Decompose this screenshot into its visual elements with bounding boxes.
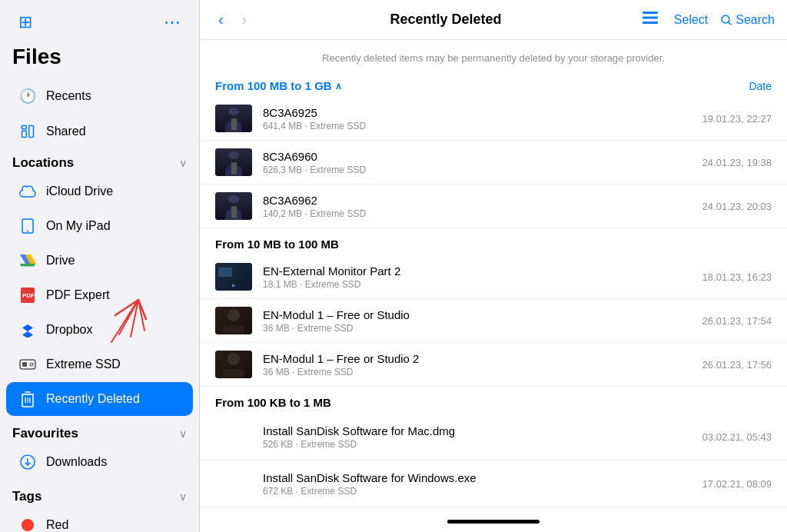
date-header-label[interactable]: Date [749, 80, 772, 92]
section-header-10mb: From 10 MB to 100 MB [200, 228, 787, 255]
drive-label: Drive [46, 254, 75, 268]
file-thumbnail-2 [215, 148, 252, 176]
more-options-icon: ⋯ [164, 12, 181, 32]
section-header-100kb: From 100 KB to 1 MB [200, 387, 787, 414]
file-meta-1: 641,4 MB · Extreme SSD [263, 121, 692, 131]
forward-button[interactable]: › [236, 8, 254, 32]
file-item-sandisk-win[interactable]: Install SanDisk Software for Windows.exe… [200, 461, 787, 507]
file-item-8c3a6925[interactable]: 8C3A6925 641,4 MB · Extreme SSD 19.01.23… [200, 97, 787, 141]
dropbox-icon [18, 321, 37, 339]
header-actions: Select Search [639, 8, 775, 32]
file-thumbnail-1 [215, 105, 252, 132]
file-item-en-monitor[interactable]: ▶ EN-External Monitor Part 2 18,1 MB · E… [200, 255, 787, 299]
sidebar-item-icloud[interactable]: iCloud Drive [6, 175, 193, 208]
file-date-7: 03.02.21, 05:43 [702, 431, 772, 443]
icloud-label: iCloud Drive [46, 185, 113, 198]
sidebar-item-drive[interactable]: Drive [6, 244, 193, 278]
file-info-2: 8C3A6960 626,3 MB · Extreme SSD [263, 150, 692, 175]
file-meta-2: 626,3 MB · Extreme SSD [263, 165, 692, 175]
downloads-icon [18, 453, 37, 471]
ipad-label: On My iPad [46, 219, 111, 233]
file-item-en-modul1-2[interactable]: EN-Modul 1 – Free or Studio 2 36 MB · Ex… [200, 343, 787, 387]
tags-header[interactable]: Tags ∨ [0, 483, 199, 507]
sidebar-toggle-icon: ⊞ [18, 12, 32, 32]
locations-header[interactable]: Locations ∨ [0, 149, 199, 174]
section-100mb-1gb: From 100 MB to 1 GB ∧ Date 8C3A6925 641,… [200, 70, 787, 228]
svg-point-4 [27, 231, 28, 232]
svg-rect-13 [643, 17, 658, 19]
favourites-section: Favourites ∨ Downloads [0, 420, 199, 480]
back-button[interactable]: ‹ [212, 8, 230, 32]
svg-rect-0 [22, 126, 27, 129]
file-meta-6: 36 MB · Extreme SSD [263, 367, 692, 377]
favourites-header[interactable]: Favourites ∨ [0, 420, 199, 444]
sidebar-item-red[interactable]: Red [6, 508, 193, 532]
file-item-8c3a6962[interactable]: 8C3A6962 140,2 MB · Extreme SSD 24.01.23… [200, 185, 787, 228]
forward-icon: › [242, 11, 247, 28]
file-item-sandisk-mac[interactable]: Install SanDisk Software for Mac.dmg 526… [200, 414, 787, 461]
select-button[interactable]: Select [674, 13, 708, 27]
recents-icon: 🕐 [18, 87, 37, 105]
file-thumbnail-6 [215, 351, 252, 378]
ipad-icon [18, 217, 37, 235]
file-meta-7: 526 KB · Extreme SSD [263, 439, 692, 450]
icloud-icon [18, 182, 37, 201]
file-date-2: 24.01.23, 19:38 [702, 157, 772, 168]
pdf-icon: PDF [18, 286, 37, 304]
more-options-button[interactable]: ⋯ [158, 9, 187, 35]
svg-text:PDF: PDF [22, 292, 35, 299]
sidebar-top-bar: ⊞ ⋯ [0, 0, 199, 42]
file-name-1: 8C3A6925 [263, 106, 692, 119]
file-meta-5: 36 MB · Extreme SSD [263, 323, 692, 334]
sidebar-item-shared[interactable]: Shared [6, 115, 193, 148]
sidebar-item-pdf[interactable]: PDF PDF Expert [6, 278, 193, 312]
svg-rect-1 [22, 131, 27, 137]
main-header: ‹ › Recently Deleted Select Search [200, 0, 787, 40]
extreme-ssd-icon [18, 355, 37, 374]
back-icon: ‹ [218, 11, 224, 28]
svg-rect-12 [643, 12, 658, 14]
section-title-100kb: From 100 KB to 1 MB [215, 396, 331, 409]
sidebar-item-downloads[interactable]: Downloads [6, 445, 193, 479]
sidebar-item-dropbox[interactable]: Dropbox [6, 313, 193, 347]
file-date-4: 18.01.23, 16:23 [702, 271, 772, 283]
sidebar-item-ipad[interactable]: On My iPad [6, 209, 193, 243]
search-button[interactable]: Search [720, 13, 775, 27]
file-name-2: 8C3A6960 [263, 150, 692, 163]
file-date-8: 17.02.21, 08:09 [702, 478, 772, 490]
file-date-1: 19.01.23, 22:27 [702, 113, 772, 125]
locations-title: Locations [12, 155, 74, 171]
file-info-3: 8C3A6962 140,2 MB · Extreme SSD [263, 194, 692, 219]
search-label: Search [736, 13, 775, 27]
file-meta-4: 18,1 MB · Extreme SSD [263, 279, 692, 290]
file-info-7: Install SanDisk Software for Mac.dmg 526… [263, 424, 692, 450]
main-content: ‹ › Recently Deleted Select Search [200, 0, 787, 532]
section-title-text: From 100 MB to 1 GB [215, 79, 332, 92]
sidebar-toggle-button[interactable]: ⊞ [12, 9, 38, 35]
file-thumbnail-3 [215, 192, 252, 220]
file-info-6: EN-Modul 1 – Free or Studio 2 36 MB · Ex… [263, 352, 692, 377]
file-meta-8: 672 KB · Extreme SSD [263, 486, 692, 497]
file-item-en-modul1[interactable]: EN-Modul 1 – Free or Studio 36 MB · Extr… [200, 299, 787, 343]
file-date-6: 26.01.23, 17:56 [702, 359, 772, 371]
favourites-title: Favourites [12, 426, 78, 441]
sidebar-item-deleted[interactable]: Recently Deleted [6, 382, 193, 416]
sidebar-item-recents[interactable]: 🕐 Recents [6, 79, 193, 113]
file-info-8: Install SanDisk Software for Windows.exe… [263, 471, 692, 497]
shared-icon [18, 122, 37, 141]
search-icon [720, 14, 732, 26]
sidebar-item-extreme[interactable]: Extreme SSD [6, 347, 193, 381]
locations-section: Locations ∨ iCloud Drive [0, 149, 199, 417]
red-tag-label: Red [46, 518, 68, 532]
section-100kb-1mb: From 100 KB to 1 MB Install SanDisk Soft… [200, 387, 787, 507]
file-name-6: EN-Modul 1 – Free or Studio 2 [263, 352, 692, 365]
file-meta-3: 140,2 MB · Extreme SSD [263, 208, 692, 219]
deleted-label: Recently Deleted [46, 392, 140, 406]
tags-section: Tags ∨ Red Orange [0, 483, 199, 532]
sidebar-title: Files [0, 42, 199, 78]
list-view-button[interactable] [639, 8, 662, 32]
tags-title: Tags [12, 489, 42, 504]
file-item-8c3a6960[interactable]: 8C3A6960 626,3 MB · Extreme SSD 24.01.23… [200, 141, 787, 185]
red-tag-icon [18, 516, 37, 532]
file-info-5: EN-Modul 1 – Free or Studio 36 MB · Extr… [263, 308, 692, 334]
